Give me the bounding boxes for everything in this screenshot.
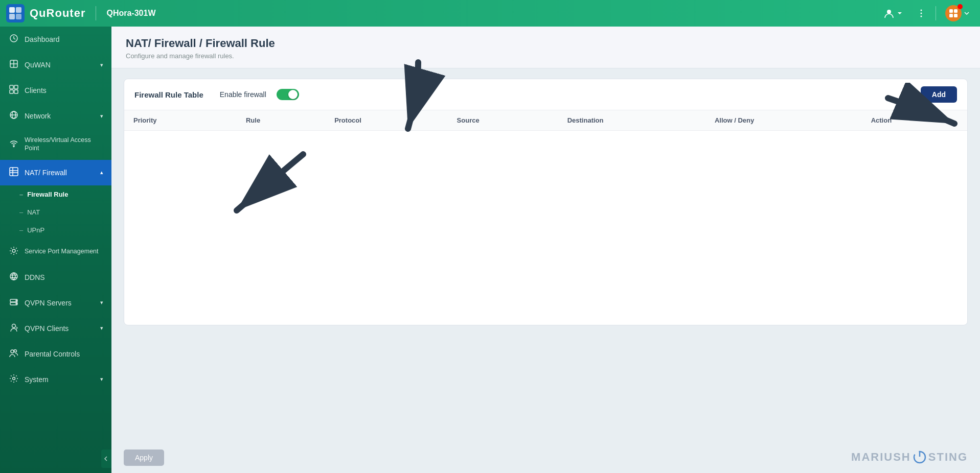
firewall-table: Priority Rule Protocol Source Destinatio…: [124, 110, 967, 131]
network-chevron-icon: ▾: [100, 113, 103, 120]
clients-icon: [8, 85, 19, 96]
enable-firewall-toggle[interactable]: [277, 89, 299, 100]
app-icon: [945, 5, 962, 21]
svg-rect-15: [14, 85, 18, 89]
logo-text: QuRouter: [30, 7, 85, 20]
sidebar-item-service-port[interactable]: Service Port Management: [0, 239, 111, 265]
quwan-icon: [8, 59, 19, 70]
logo-icon: [6, 4, 25, 22]
sidebar-item-system[interactable]: System ▾: [0, 367, 111, 392]
table-card-header: Firewall Rule Table Enable firewall Add: [124, 79, 967, 110]
sidebar-item-system-label: System: [25, 375, 95, 384]
user-menu-button[interactable]: [879, 6, 907, 21]
sidebar-item-parental[interactable]: Parental Controls: [0, 341, 111, 367]
sidebar-item-dashboard[interactable]: Dashboard: [0, 27, 111, 52]
app-chevron-icon: [964, 10, 970, 16]
sidebar-item-ddns[interactable]: DDNS: [0, 265, 111, 290]
dashboard-icon: [8, 34, 19, 45]
svg-rect-2: [9, 14, 15, 19]
svg-rect-24: [10, 299, 17, 302]
svg-rect-14: [10, 85, 13, 89]
sidebar-subitem-upnp[interactable]: – UPnP: [0, 221, 111, 239]
system-chevron-icon: ▾: [100, 376, 103, 383]
svg-rect-9: [954, 9, 958, 13]
col-action: Action: [862, 110, 967, 131]
sidebar-item-network[interactable]: Network ▾: [0, 103, 111, 129]
device-name: QHora-301W: [106, 9, 155, 18]
svg-point-22: [12, 249, 15, 252]
empty-table-area: [124, 131, 967, 325]
svg-rect-8: [949, 9, 953, 13]
quwan-chevron-icon: ▾: [100, 62, 103, 68]
svg-point-30: [14, 349, 17, 352]
table-card-title: Firewall Rule Table: [134, 90, 203, 99]
service-port-icon: [8, 246, 19, 257]
qvpn-clients-icon: [8, 323, 19, 334]
sidebar-item-nat-firewall[interactable]: NAT/ Firewall ▴: [0, 160, 111, 185]
sidebar-item-quwan[interactable]: QuWAN ▾: [0, 52, 111, 78]
add-rule-button[interactable]: Add: [921, 86, 957, 103]
col-destination: Destination: [558, 110, 705, 131]
sidebar-item-wireless-label: Wireless/Virtual Access Point: [25, 136, 103, 153]
sidebar-subitem-nat-label: NAT: [27, 208, 40, 216]
sidebar-subitem-nat[interactable]: – NAT: [0, 203, 111, 221]
svg-rect-10: [949, 14, 953, 17]
svg-rect-3: [16, 14, 21, 19]
qvpn-servers-icon: [8, 297, 19, 309]
svg-point-7: [921, 16, 922, 17]
content-wrapper: NAT/ Firewall / Firewall Rule Configure …: [111, 27, 980, 473]
svg-rect-17: [14, 90, 18, 93]
more-options-button[interactable]: [912, 6, 930, 20]
ddns-icon: [8, 272, 19, 283]
enable-firewall-label: Enable firewall: [220, 90, 266, 99]
system-icon: [8, 374, 19, 385]
col-rule: Rule: [237, 110, 325, 131]
sidebar-subitem-firewall-rule[interactable]: – Firewall Rule: [0, 185, 111, 203]
sidebar-item-quwan-label: QuWAN: [25, 61, 95, 69]
sidebar-item-wireless[interactable]: Wireless/Virtual Access Point: [0, 129, 111, 160]
svg-point-5: [921, 10, 922, 11]
sidebar-item-qvpn-servers-label: QVPN Servers: [25, 299, 95, 307]
network-icon: [8, 110, 19, 122]
sidebar-item-dashboard-label: Dashboard: [25, 35, 103, 43]
page-body: Firewall Rule Table Enable firewall Add …: [111, 68, 980, 442]
main-layout: Dashboard QuWAN ▾ Clients Network ▾: [0, 27, 980, 473]
sidebar-item-qvpn-clients[interactable]: QVPN Clients ▾: [0, 316, 111, 341]
col-source: Source: [448, 110, 558, 131]
logo-divider: [96, 6, 96, 20]
app-switcher-button[interactable]: [941, 3, 974, 23]
sidebar-item-network-label: Network: [25, 112, 95, 120]
firewall-rule-dash: –: [19, 191, 23, 198]
svg-point-20: [13, 146, 14, 147]
topbar-divider: [936, 6, 936, 20]
col-priority: Priority: [124, 110, 237, 131]
svg-rect-26: [10, 302, 17, 305]
sidebar-item-qvpn-servers[interactable]: QVPN Servers ▾: [0, 290, 111, 316]
svg-rect-1: [16, 7, 21, 13]
svg-point-29: [11, 350, 14, 353]
page-subtitle: Configure and manage firewall rules.: [126, 52, 966, 60]
svg-point-27: [16, 303, 17, 304]
page-header: NAT/ Firewall / Firewall Rule Configure …: [111, 27, 980, 68]
topbar-right: [879, 3, 974, 23]
svg-point-28: [12, 324, 16, 327]
svg-rect-11: [954, 14, 958, 17]
svg-point-31: [13, 377, 15, 380]
apply-row: Apply: [111, 442, 980, 473]
firewall-rule-card: Firewall Rule Table Enable firewall Add …: [124, 79, 968, 325]
qvpn-servers-chevron-icon: ▾: [100, 299, 103, 306]
page-title: NAT/ Firewall / Firewall Rule: [126, 37, 966, 50]
sidebar-item-nat-firewall-label: NAT/ Firewall: [25, 169, 95, 177]
table-header: Priority Rule Protocol Source Destinatio…: [124, 110, 967, 131]
nat-dash: –: [19, 208, 23, 216]
notification-badge: [958, 4, 963, 9]
apply-button[interactable]: Apply: [124, 450, 164, 466]
svg-point-6: [921, 13, 922, 14]
sidebar-item-clients[interactable]: Clients: [0, 78, 111, 103]
svg-rect-21: [10, 168, 18, 176]
sidebar-collapse-button[interactable]: [101, 450, 111, 468]
content: NAT/ Firewall / Firewall Rule Configure …: [111, 27, 980, 473]
svg-point-23: [10, 273, 17, 280]
nat-firewall-chevron-icon: ▴: [100, 169, 103, 176]
svg-point-25: [16, 300, 17, 301]
